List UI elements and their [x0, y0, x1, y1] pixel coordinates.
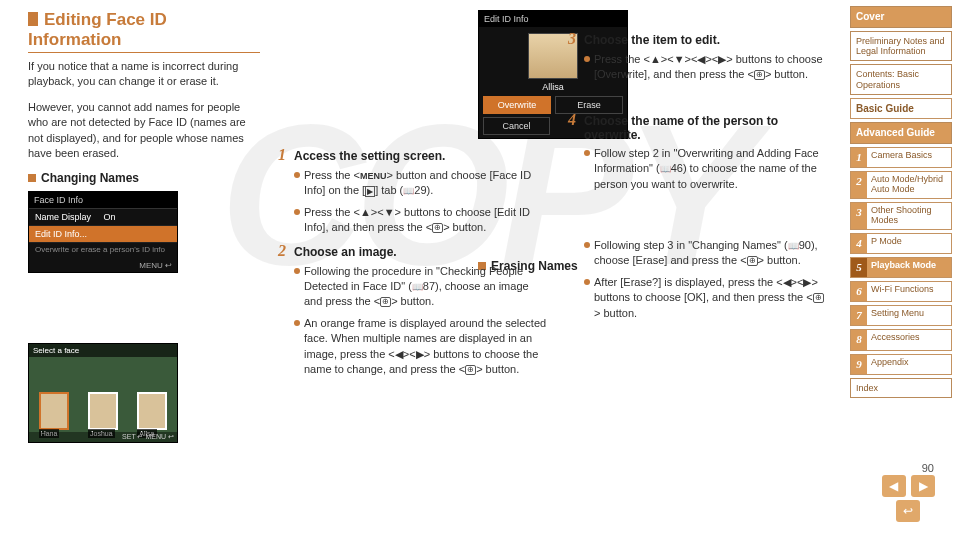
camera-ui-face-id-info: Face ID Info Name Display On Edit ID Inf… — [28, 191, 178, 273]
t: 29). — [414, 184, 433, 196]
intro-paragraph-1: If you notice that a name is incorrect d… — [28, 59, 260, 90]
chapter-title: Accessories — [867, 330, 951, 349]
step-4-num: 4 — [568, 111, 584, 129]
nav-next-button[interactable]: ▶ — [911, 475, 935, 497]
playback-tab-icon: ▶ — [365, 186, 375, 197]
t: > button. — [391, 295, 434, 307]
sidebar-chapter-4[interactable]: 4P Mode — [850, 233, 952, 254]
t: Following step 3 in "Changing Names" ( — [594, 239, 788, 251]
sidebar-chapter-8[interactable]: 8Accessories — [850, 329, 952, 350]
t: > button. — [476, 363, 519, 375]
chapter-title: Playback Mode — [867, 258, 951, 277]
chapter-title: Appendix — [867, 355, 951, 374]
chapter-title: Auto Mode/Hybrid Auto Mode — [867, 172, 951, 198]
t: > button. — [758, 254, 801, 266]
sidebar-preliminary[interactable]: Preliminary Notes and Legal Information — [850, 31, 952, 62]
erase-bullet-2: After [Erase?] is displayed, press the <… — [584, 275, 828, 321]
step-4-name: Choose the name of the person to overwri… — [584, 114, 828, 142]
sidebar-chapters: 1Camera Basics2Auto Mode/Hybrid Auto Mod… — [850, 147, 952, 375]
step-2-name: Choose an image. — [294, 245, 397, 259]
camera-ui-select-face: Select a face Hana Joshua Alisa SET ↵ ME… — [28, 343, 178, 443]
step-1-bullet-2: Press the <▲><▼> buttons to choose [Edit… — [294, 205, 550, 236]
step-1-num: 1 — [278, 146, 294, 164]
func-set-icon: ⊕ — [747, 256, 758, 266]
chapter-title: Other Shooting Modes — [867, 203, 951, 229]
sidebar-nav: Cover Preliminary Notes and Legal Inform… — [850, 0, 954, 534]
sidebar-index[interactable]: Index — [850, 378, 952, 398]
thumb1-name-display-value: On — [104, 212, 116, 222]
func-set-icon: ⊕ — [465, 365, 476, 375]
bottom-nav: ◀ ▶ ↩ — [881, 475, 936, 522]
thumb2-footer: SET ↵ MENU ↩ — [29, 432, 177, 442]
sidebar-chapter-9[interactable]: 9Appendix — [850, 354, 952, 375]
t: After [Erase?] is displayed, press the <… — [594, 276, 818, 303]
t: Press the < — [304, 169, 360, 181]
sidebar-contents[interactable]: Contents: Basic Operations — [850, 64, 952, 95]
sidebar-advanced-guide[interactable]: Advanced Guide — [850, 122, 952, 144]
step-2-bullet-1: Following the procedure in "Checking Peo… — [294, 264, 550, 310]
chapter-num: 2 — [851, 172, 867, 198]
sidebar-cover[interactable]: Cover — [850, 6, 952, 28]
page-number: 90 — [922, 462, 934, 474]
step-3-name: Choose the item to edit. — [584, 33, 720, 47]
thumb2-header: Select a face — [29, 344, 177, 357]
chapter-num: 6 — [851, 282, 867, 301]
book-icon: 📖 — [403, 185, 414, 198]
chapter-num: 9 — [851, 355, 867, 374]
thumb1-desc: Overwrite or erase a person's ID info — [29, 243, 177, 259]
thumb1-header: Face ID Info — [29, 192, 177, 209]
step-1-title: 1 Access the setting screen. — [278, 146, 550, 164]
t: > button. — [443, 221, 486, 233]
step-3-bullet-1: Press the <▲><▼><◀><▶> buttons to choose… — [584, 52, 828, 83]
chapter-num: 7 — [851, 306, 867, 325]
book-icon: 📖 — [788, 240, 799, 253]
thumb1-row-edit-id: Edit ID Info... — [29, 226, 177, 243]
step-4-bullet-1: Follow step 2 in "Overwriting and Adding… — [584, 146, 828, 192]
t: ] tab ( — [375, 184, 403, 196]
chapter-num: 4 — [851, 234, 867, 253]
thumb1-row-name-display: Name Display On — [29, 209, 177, 226]
step-1-bullet-1: Press the <MENU> button and choose [Face… — [294, 168, 550, 199]
book-icon: 📖 — [660, 163, 671, 176]
book-icon: 📖 — [412, 281, 423, 294]
func-set-icon: ⊕ — [754, 70, 765, 80]
step-3-num: 3 — [568, 30, 584, 48]
chapter-num: 5 — [851, 258, 867, 277]
t: > button. — [765, 68, 808, 80]
thumb1-footer: MENU ↩ — [29, 259, 177, 272]
chapter-num: 1 — [851, 148, 867, 167]
face-1: Hana — [39, 392, 69, 430]
page-title: Editing Face ID Information — [28, 10, 260, 53]
t: > button. — [594, 307, 637, 319]
sidebar-basic-guide[interactable]: Basic Guide — [850, 98, 952, 120]
face-2: Joshua — [88, 392, 118, 430]
sidebar-chapter-6[interactable]: 6Wi-Fi Functions — [850, 281, 952, 302]
func-set-icon: ⊕ — [432, 223, 443, 233]
step-2-bullet-2: An orange frame is displayed around the … — [294, 316, 550, 378]
menu-button-label: MENU — [360, 171, 387, 181]
chapter-title: Setting Menu — [867, 306, 951, 325]
face-3: Alisa — [137, 392, 167, 430]
sidebar-chapter-7[interactable]: 7Setting Menu — [850, 305, 952, 326]
column-3: Edit ID Info Allisa Overwrite Erase Canc… — [568, 10, 838, 524]
t: Press the <▲><▼> buttons to choose [Edit… — [304, 206, 530, 233]
chapter-num: 8 — [851, 330, 867, 349]
thumb3-btn-overwrite: Overwrite — [483, 96, 551, 114]
page-content: Editing Face ID Information If you notic… — [0, 0, 850, 534]
nav-prev-button[interactable]: ◀ — [882, 475, 906, 497]
chapter-title: Camera Basics — [867, 148, 951, 167]
chapter-title: P Mode — [867, 234, 951, 253]
column-1: Editing Face ID Information If you notic… — [28, 10, 278, 524]
sidebar-chapter-2[interactable]: 2Auto Mode/Hybrid Auto Mode — [850, 171, 952, 199]
step-1-name: Access the setting screen. — [294, 149, 445, 163]
step-3-title: 3 Choose the item to edit. — [568, 30, 828, 48]
nav-return-button[interactable]: ↩ — [896, 500, 920, 522]
thumb3-btn-cancel: Cancel — [483, 117, 550, 135]
sidebar-chapter-1[interactable]: 1Camera Basics — [850, 147, 952, 168]
erase-bullet-1: Following step 3 in "Changing Names" (📖9… — [584, 238, 828, 269]
chapter-num: 3 — [851, 203, 867, 229]
sidebar-chapter-3[interactable]: 3Other Shooting Modes — [850, 202, 952, 230]
step-2-title: 2 Choose an image. — [278, 242, 550, 260]
step-4-title: 4 Choose the name of the person to overw… — [568, 111, 828, 142]
sidebar-chapter-5[interactable]: 5Playback Mode — [850, 257, 952, 278]
